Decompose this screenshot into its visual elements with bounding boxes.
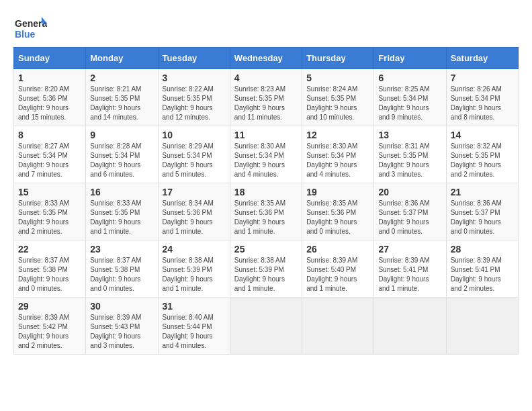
day-info: Sunrise: 8:34 AMSunset: 5:36 PMDaylight:… bbox=[163, 199, 214, 235]
calendar-cell: 31 Sunrise: 8:40 AMSunset: 5:44 PMDaylig… bbox=[158, 298, 230, 355]
day-number: 5 bbox=[306, 73, 369, 83]
calendar-cell: 26 Sunrise: 8:39 AMSunset: 5:40 PMDaylig… bbox=[302, 240, 374, 298]
day-info: Sunrise: 8:38 AMSunset: 5:39 PMDaylight:… bbox=[163, 257, 214, 292]
day-number: 12 bbox=[306, 130, 369, 140]
calendar-cell bbox=[446, 298, 518, 355]
day-number: 2 bbox=[90, 73, 153, 83]
day-info: Sunrise: 8:22 AMSunset: 5:35 PMDaylight:… bbox=[163, 85, 214, 121]
calendar-cell: 3 Sunrise: 8:22 AMSunset: 5:35 PMDayligh… bbox=[158, 69, 230, 126]
calendar-week-5: 29 Sunrise: 8:39 AMSunset: 5:42 PMDaylig… bbox=[14, 298, 519, 355]
day-info: Sunrise: 8:39 AMSunset: 5:43 PMDaylight:… bbox=[90, 314, 141, 349]
calendar-cell: 27 Sunrise: 8:39 AMSunset: 5:41 PMDaylig… bbox=[374, 240, 446, 298]
day-info: Sunrise: 8:39 AMSunset: 5:41 PMDaylight:… bbox=[451, 257, 502, 292]
calendar-cell bbox=[374, 298, 446, 355]
day-number: 29 bbox=[18, 301, 81, 312]
day-number: 13 bbox=[378, 130, 441, 140]
day-number: 23 bbox=[90, 244, 153, 255]
day-info: Sunrise: 8:33 AMSunset: 5:35 PMDaylight:… bbox=[90, 199, 141, 235]
day-number: 11 bbox=[234, 130, 298, 140]
calendar-cell: 10 Sunrise: 8:29 AMSunset: 5:34 PMDaylig… bbox=[158, 126, 230, 183]
calendar-cell: 13 Sunrise: 8:31 AMSunset: 5:35 PMDaylig… bbox=[374, 126, 446, 183]
day-info: Sunrise: 8:36 AMSunset: 5:37 PMDaylight:… bbox=[378, 199, 429, 235]
day-number: 14 bbox=[451, 130, 514, 140]
svg-text:Blue: Blue bbox=[15, 29, 36, 40]
calendar-cell: 29 Sunrise: 8:39 AMSunset: 5:42 PMDaylig… bbox=[14, 298, 86, 355]
calendar-cell: 28 Sunrise: 8:39 AMSunset: 5:41 PMDaylig… bbox=[446, 240, 518, 298]
calendar-cell: 1 Sunrise: 8:20 AMSunset: 5:36 PMDayligh… bbox=[14, 69, 86, 126]
calendar-cell: 22 Sunrise: 8:37 AMSunset: 5:38 PMDaylig… bbox=[14, 240, 86, 298]
calendar-cell: 17 Sunrise: 8:34 AMSunset: 5:36 PMDaylig… bbox=[158, 183, 230, 240]
day-number: 17 bbox=[163, 187, 226, 197]
calendar-cell: 14 Sunrise: 8:32 AMSunset: 5:35 PMDaylig… bbox=[446, 126, 518, 183]
day-info: Sunrise: 8:39 AMSunset: 5:41 PMDaylight:… bbox=[378, 257, 429, 292]
day-number: 9 bbox=[90, 130, 153, 140]
day-number: 31 bbox=[163, 301, 226, 312]
day-number: 28 bbox=[451, 244, 514, 255]
calendar-cell: 16 Sunrise: 8:33 AMSunset: 5:35 PMDaylig… bbox=[86, 183, 158, 240]
day-info: Sunrise: 8:25 AMSunset: 5:34 PMDaylight:… bbox=[378, 85, 429, 121]
calendar-cell: 9 Sunrise: 8:28 AMSunset: 5:34 PMDayligh… bbox=[86, 126, 158, 183]
logo: General Blue bbox=[13, 13, 48, 40]
calendar-cell: 21 Sunrise: 8:36 AMSunset: 5:37 PMDaylig… bbox=[446, 183, 518, 240]
day-info: Sunrise: 8:37 AMSunset: 5:38 PMDaylight:… bbox=[18, 257, 69, 292]
calendar-cell: 11 Sunrise: 8:30 AMSunset: 5:34 PMDaylig… bbox=[230, 126, 302, 183]
day-number: 18 bbox=[234, 187, 298, 197]
calendar-cell bbox=[230, 298, 302, 355]
day-info: Sunrise: 8:29 AMSunset: 5:34 PMDaylight:… bbox=[163, 142, 214, 178]
day-info: Sunrise: 8:21 AMSunset: 5:35 PMDaylight:… bbox=[90, 85, 141, 121]
day-info: Sunrise: 8:39 AMSunset: 5:42 PMDaylight:… bbox=[18, 314, 69, 349]
calendar-cell: 23 Sunrise: 8:37 AMSunset: 5:38 PMDaylig… bbox=[86, 240, 158, 298]
calendar-cell: 18 Sunrise: 8:35 AMSunset: 5:36 PMDaylig… bbox=[230, 183, 302, 240]
day-info: Sunrise: 8:36 AMSunset: 5:37 PMDaylight:… bbox=[451, 199, 502, 235]
calendar-cell: 6 Sunrise: 8:25 AMSunset: 5:34 PMDayligh… bbox=[374, 69, 446, 126]
calendar-cell: 25 Sunrise: 8:38 AMSunset: 5:39 PMDaylig… bbox=[230, 240, 302, 298]
page-header: General Blue bbox=[13, 13, 519, 40]
day-number: 21 bbox=[451, 187, 514, 197]
calendar-week-2: 8 Sunrise: 8:27 AMSunset: 5:34 PMDayligh… bbox=[14, 126, 519, 183]
calendar-cell: 19 Sunrise: 8:35 AMSunset: 5:36 PMDaylig… bbox=[302, 183, 374, 240]
day-info: Sunrise: 8:38 AMSunset: 5:39 PMDaylight:… bbox=[234, 257, 285, 292]
calendar-cell: 12 Sunrise: 8:30 AMSunset: 5:34 PMDaylig… bbox=[302, 126, 374, 183]
day-info: Sunrise: 8:20 AMSunset: 5:36 PMDaylight:… bbox=[18, 85, 69, 121]
day-info: Sunrise: 8:30 AMSunset: 5:34 PMDaylight:… bbox=[306, 142, 357, 178]
day-info: Sunrise: 8:30 AMSunset: 5:34 PMDaylight:… bbox=[234, 142, 285, 178]
day-header-monday: Monday bbox=[86, 48, 158, 69]
day-number: 16 bbox=[90, 187, 153, 197]
calendar-cell: 20 Sunrise: 8:36 AMSunset: 5:37 PMDaylig… bbox=[374, 183, 446, 240]
day-number: 24 bbox=[163, 244, 226, 255]
day-number: 15 bbox=[18, 187, 81, 197]
day-info: Sunrise: 8:37 AMSunset: 5:38 PMDaylight:… bbox=[90, 257, 141, 292]
day-info: Sunrise: 8:23 AMSunset: 5:35 PMDaylight:… bbox=[234, 85, 285, 121]
day-number: 8 bbox=[18, 130, 81, 140]
day-number: 7 bbox=[451, 73, 514, 83]
day-header-friday: Friday bbox=[374, 48, 446, 69]
calendar-table: SundayMondayTuesdayWednesdayThursdayFrid… bbox=[13, 47, 519, 355]
day-info: Sunrise: 8:40 AMSunset: 5:44 PMDaylight:… bbox=[163, 314, 214, 349]
day-number: 10 bbox=[163, 130, 226, 140]
calendar-cell: 8 Sunrise: 8:27 AMSunset: 5:34 PMDayligh… bbox=[14, 126, 86, 183]
day-number: 6 bbox=[378, 73, 441, 83]
day-header-tuesday: Tuesday bbox=[158, 48, 230, 69]
calendar-cell bbox=[302, 298, 374, 355]
calendar-cell: 7 Sunrise: 8:26 AMSunset: 5:34 PMDayligh… bbox=[446, 69, 518, 126]
calendar-week-3: 15 Sunrise: 8:33 AMSunset: 5:35 PMDaylig… bbox=[14, 183, 519, 240]
day-number: 4 bbox=[234, 73, 298, 83]
day-info: Sunrise: 8:35 AMSunset: 5:36 PMDaylight:… bbox=[234, 199, 285, 235]
calendar-cell: 5 Sunrise: 8:24 AMSunset: 5:35 PMDayligh… bbox=[302, 69, 374, 126]
calendar-cell: 30 Sunrise: 8:39 AMSunset: 5:43 PMDaylig… bbox=[86, 298, 158, 355]
day-info: Sunrise: 8:28 AMSunset: 5:34 PMDaylight:… bbox=[90, 142, 141, 178]
day-header-sunday: Sunday bbox=[14, 48, 86, 69]
day-info: Sunrise: 8:32 AMSunset: 5:35 PMDaylight:… bbox=[451, 142, 502, 178]
day-number: 27 bbox=[378, 244, 441, 255]
day-info: Sunrise: 8:24 AMSunset: 5:35 PMDaylight:… bbox=[306, 85, 357, 121]
day-number: 22 bbox=[18, 244, 81, 255]
calendar-week-1: 1 Sunrise: 8:20 AMSunset: 5:36 PMDayligh… bbox=[14, 69, 519, 126]
day-info: Sunrise: 8:35 AMSunset: 5:36 PMDaylight:… bbox=[306, 199, 357, 235]
day-info: Sunrise: 8:33 AMSunset: 5:35 PMDaylight:… bbox=[18, 199, 69, 235]
day-number: 25 bbox=[234, 244, 298, 255]
day-info: Sunrise: 8:26 AMSunset: 5:34 PMDaylight:… bbox=[451, 85, 502, 121]
calendar-cell: 4 Sunrise: 8:23 AMSunset: 5:35 PMDayligh… bbox=[230, 69, 302, 126]
day-number: 26 bbox=[306, 244, 369, 255]
day-info: Sunrise: 8:31 AMSunset: 5:35 PMDaylight:… bbox=[378, 142, 429, 178]
day-header-saturday: Saturday bbox=[446, 48, 518, 69]
